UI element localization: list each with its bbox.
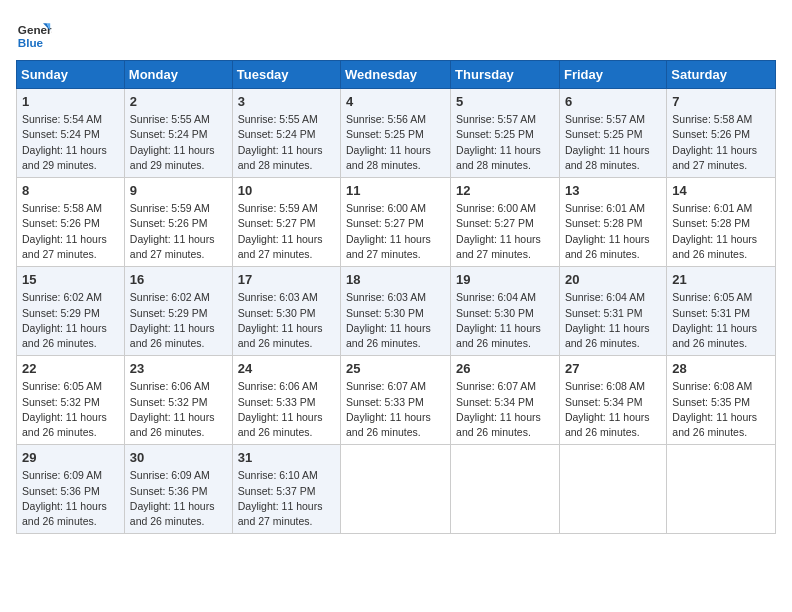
calendar-cell: 29Sunrise: 6:09 AM Sunset: 5:36 PM Dayli…	[17, 445, 125, 534]
calendar-cell: 6Sunrise: 5:57 AM Sunset: 5:25 PM Daylig…	[559, 89, 666, 178]
day-detail: Sunrise: 5:57 AM Sunset: 5:25 PM Dayligh…	[456, 112, 554, 173]
day-number: 22	[22, 360, 119, 378]
weekday-header-tuesday: Tuesday	[232, 61, 340, 89]
day-detail: Sunrise: 6:01 AM Sunset: 5:28 PM Dayligh…	[565, 201, 661, 262]
calendar-cell: 27Sunrise: 6:08 AM Sunset: 5:34 PM Dayli…	[559, 356, 666, 445]
day-number: 26	[456, 360, 554, 378]
weekday-header-saturday: Saturday	[667, 61, 776, 89]
calendar-cell: 18Sunrise: 6:03 AM Sunset: 5:30 PM Dayli…	[341, 267, 451, 356]
day-number: 16	[130, 271, 227, 289]
calendar-cell	[667, 445, 776, 534]
calendar-cell: 7Sunrise: 5:58 AM Sunset: 5:26 PM Daylig…	[667, 89, 776, 178]
calendar-week-row: 8Sunrise: 5:58 AM Sunset: 5:26 PM Daylig…	[17, 178, 776, 267]
calendar-table: SundayMondayTuesdayWednesdayThursdayFrid…	[16, 60, 776, 534]
day-number: 24	[238, 360, 335, 378]
day-detail: Sunrise: 6:06 AM Sunset: 5:32 PM Dayligh…	[130, 379, 227, 440]
day-number: 17	[238, 271, 335, 289]
day-detail: Sunrise: 6:06 AM Sunset: 5:33 PM Dayligh…	[238, 379, 335, 440]
calendar-cell: 20Sunrise: 6:04 AM Sunset: 5:31 PM Dayli…	[559, 267, 666, 356]
day-detail: Sunrise: 6:00 AM Sunset: 5:27 PM Dayligh…	[456, 201, 554, 262]
calendar-cell: 19Sunrise: 6:04 AM Sunset: 5:30 PM Dayli…	[451, 267, 560, 356]
day-detail: Sunrise: 6:05 AM Sunset: 5:31 PM Dayligh…	[672, 290, 770, 351]
calendar-cell: 24Sunrise: 6:06 AM Sunset: 5:33 PM Dayli…	[232, 356, 340, 445]
day-number: 13	[565, 182, 661, 200]
day-number: 15	[22, 271, 119, 289]
calendar-cell: 16Sunrise: 6:02 AM Sunset: 5:29 PM Dayli…	[124, 267, 232, 356]
day-number: 7	[672, 93, 770, 111]
calendar-cell: 2Sunrise: 5:55 AM Sunset: 5:24 PM Daylig…	[124, 89, 232, 178]
day-detail: Sunrise: 6:01 AM Sunset: 5:28 PM Dayligh…	[672, 201, 770, 262]
logo-icon: General Blue	[16, 16, 52, 52]
calendar-cell: 1Sunrise: 5:54 AM Sunset: 5:24 PM Daylig…	[17, 89, 125, 178]
day-detail: Sunrise: 5:54 AM Sunset: 5:24 PM Dayligh…	[22, 112, 119, 173]
day-detail: Sunrise: 5:55 AM Sunset: 5:24 PM Dayligh…	[130, 112, 227, 173]
day-detail: Sunrise: 5:59 AM Sunset: 5:26 PM Dayligh…	[130, 201, 227, 262]
day-detail: Sunrise: 5:58 AM Sunset: 5:26 PM Dayligh…	[672, 112, 770, 173]
day-number: 29	[22, 449, 119, 467]
calendar-cell: 3Sunrise: 5:55 AM Sunset: 5:24 PM Daylig…	[232, 89, 340, 178]
calendar-cell: 11Sunrise: 6:00 AM Sunset: 5:27 PM Dayli…	[341, 178, 451, 267]
calendar-cell: 30Sunrise: 6:09 AM Sunset: 5:36 PM Dayli…	[124, 445, 232, 534]
day-detail: Sunrise: 5:57 AM Sunset: 5:25 PM Dayligh…	[565, 112, 661, 173]
day-number: 6	[565, 93, 661, 111]
day-number: 14	[672, 182, 770, 200]
day-number: 21	[672, 271, 770, 289]
weekday-header-sunday: Sunday	[17, 61, 125, 89]
calendar-cell: 12Sunrise: 6:00 AM Sunset: 5:27 PM Dayli…	[451, 178, 560, 267]
day-detail: Sunrise: 6:09 AM Sunset: 5:36 PM Dayligh…	[130, 468, 227, 529]
day-detail: Sunrise: 5:59 AM Sunset: 5:27 PM Dayligh…	[238, 201, 335, 262]
calendar-week-row: 15Sunrise: 6:02 AM Sunset: 5:29 PM Dayli…	[17, 267, 776, 356]
calendar-cell: 10Sunrise: 5:59 AM Sunset: 5:27 PM Dayli…	[232, 178, 340, 267]
day-number: 2	[130, 93, 227, 111]
calendar-cell	[341, 445, 451, 534]
day-number: 18	[346, 271, 445, 289]
day-detail: Sunrise: 6:10 AM Sunset: 5:37 PM Dayligh…	[238, 468, 335, 529]
calendar-cell: 5Sunrise: 5:57 AM Sunset: 5:25 PM Daylig…	[451, 89, 560, 178]
day-number: 4	[346, 93, 445, 111]
day-number: 5	[456, 93, 554, 111]
calendar-cell: 21Sunrise: 6:05 AM Sunset: 5:31 PM Dayli…	[667, 267, 776, 356]
day-detail: Sunrise: 6:00 AM Sunset: 5:27 PM Dayligh…	[346, 201, 445, 262]
calendar-week-row: 29Sunrise: 6:09 AM Sunset: 5:36 PM Dayli…	[17, 445, 776, 534]
day-number: 19	[456, 271, 554, 289]
day-detail: Sunrise: 6:07 AM Sunset: 5:33 PM Dayligh…	[346, 379, 445, 440]
calendar-cell: 14Sunrise: 6:01 AM Sunset: 5:28 PM Dayli…	[667, 178, 776, 267]
day-number: 9	[130, 182, 227, 200]
day-detail: Sunrise: 6:08 AM Sunset: 5:34 PM Dayligh…	[565, 379, 661, 440]
calendar-week-row: 22Sunrise: 6:05 AM Sunset: 5:32 PM Dayli…	[17, 356, 776, 445]
calendar-cell: 17Sunrise: 6:03 AM Sunset: 5:30 PM Dayli…	[232, 267, 340, 356]
day-number: 28	[672, 360, 770, 378]
day-detail: Sunrise: 6:03 AM Sunset: 5:30 PM Dayligh…	[238, 290, 335, 351]
day-detail: Sunrise: 6:02 AM Sunset: 5:29 PM Dayligh…	[130, 290, 227, 351]
calendar-cell: 9Sunrise: 5:59 AM Sunset: 5:26 PM Daylig…	[124, 178, 232, 267]
calendar-cell: 22Sunrise: 6:05 AM Sunset: 5:32 PM Dayli…	[17, 356, 125, 445]
weekday-header-wednesday: Wednesday	[341, 61, 451, 89]
day-detail: Sunrise: 6:09 AM Sunset: 5:36 PM Dayligh…	[22, 468, 119, 529]
calendar-cell	[559, 445, 666, 534]
calendar-cell: 15Sunrise: 6:02 AM Sunset: 5:29 PM Dayli…	[17, 267, 125, 356]
calendar-cell	[451, 445, 560, 534]
day-detail: Sunrise: 6:03 AM Sunset: 5:30 PM Dayligh…	[346, 290, 445, 351]
calendar-cell: 26Sunrise: 6:07 AM Sunset: 5:34 PM Dayli…	[451, 356, 560, 445]
logo: General Blue	[16, 16, 52, 52]
weekday-header-monday: Monday	[124, 61, 232, 89]
calendar-cell: 25Sunrise: 6:07 AM Sunset: 5:33 PM Dayli…	[341, 356, 451, 445]
day-number: 10	[238, 182, 335, 200]
day-detail: Sunrise: 5:58 AM Sunset: 5:26 PM Dayligh…	[22, 201, 119, 262]
calendar-cell: 8Sunrise: 5:58 AM Sunset: 5:26 PM Daylig…	[17, 178, 125, 267]
calendar-cell: 13Sunrise: 6:01 AM Sunset: 5:28 PM Dayli…	[559, 178, 666, 267]
day-detail: Sunrise: 6:05 AM Sunset: 5:32 PM Dayligh…	[22, 379, 119, 440]
day-detail: Sunrise: 5:55 AM Sunset: 5:24 PM Dayligh…	[238, 112, 335, 173]
weekday-header-friday: Friday	[559, 61, 666, 89]
day-number: 8	[22, 182, 119, 200]
calendar-cell: 31Sunrise: 6:10 AM Sunset: 5:37 PM Dayli…	[232, 445, 340, 534]
day-number: 27	[565, 360, 661, 378]
day-number: 12	[456, 182, 554, 200]
day-number: 31	[238, 449, 335, 467]
day-number: 23	[130, 360, 227, 378]
calendar-week-row: 1Sunrise: 5:54 AM Sunset: 5:24 PM Daylig…	[17, 89, 776, 178]
weekday-header-thursday: Thursday	[451, 61, 560, 89]
day-number: 11	[346, 182, 445, 200]
day-number: 25	[346, 360, 445, 378]
calendar-cell: 23Sunrise: 6:06 AM Sunset: 5:32 PM Dayli…	[124, 356, 232, 445]
